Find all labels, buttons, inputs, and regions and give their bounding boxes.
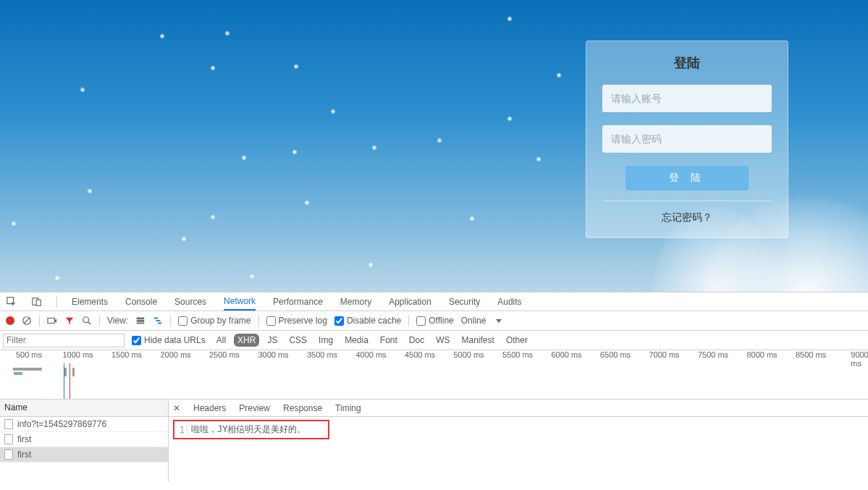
separator [408, 315, 409, 326]
view-label: View: [107, 316, 128, 326]
login-button[interactable]: 登 陆 [625, 166, 749, 190]
devtools: ElementsConsoleSourcesNetworkPerformance… [0, 292, 868, 482]
separator [56, 296, 57, 308]
throttling-select[interactable]: Online [461, 316, 502, 326]
record-button[interactable] [6, 316, 14, 325]
preserve-log-checkbox[interactable]: Preserve log [266, 316, 327, 326]
timeline-tick: 6000 ms [551, 350, 581, 359]
tab-security[interactable]: Security [449, 292, 480, 311]
request-row[interactable]: first [0, 447, 168, 462]
filter-type-font[interactable]: Font [376, 334, 401, 347]
filter-type-all[interactable]: All [213, 334, 229, 347]
filter-type-manifest[interactable]: Manifest [458, 334, 498, 347]
timeline-tick: 500 ms [16, 350, 42, 359]
group-by-frame-checkbox[interactable]: Group by frame [178, 316, 250, 326]
filter-type-xhr[interactable]: XHR [234, 334, 259, 347]
login-card: 登陆 登 陆 忘记密码？ [586, 41, 788, 238]
request-name: info?t=1545297869776 [17, 419, 106, 429]
star-decoration [371, 145, 377, 151]
detail-tab-response[interactable]: Response [283, 403, 322, 413]
waterfall-icon[interactable] [153, 316, 163, 326]
detail-tab-timing[interactable]: Timing [335, 403, 361, 413]
tab-audits[interactable]: Audits [497, 292, 521, 311]
request-row[interactable]: info?t=1545297869776 [0, 417, 168, 432]
svg-rect-8 [137, 318, 145, 320]
large-rows-icon[interactable] [135, 316, 146, 326]
devtools-tabbar: ElementsConsoleSourcesNetworkPerformance… [0, 292, 868, 311]
tab-memory[interactable]: Memory [340, 292, 371, 311]
clear-icon[interactable] [22, 316, 32, 326]
username-input[interactable] [602, 85, 772, 112]
timeline-tick: 3500 ms [307, 350, 337, 359]
password-input[interactable] [602, 125, 772, 153]
svg-line-4 [25, 318, 30, 324]
star-decoration [292, 149, 298, 155]
star-decoration [80, 87, 85, 93]
filter-type-js[interactable]: JS [264, 334, 281, 347]
star-decoration [224, 30, 230, 36]
star-decoration [304, 200, 310, 206]
page-background: 登陆 登 陆 忘记密码？ [0, 0, 868, 292]
svg-rect-10 [137, 323, 145, 324]
filter-type-ws[interactable]: WS [432, 334, 453, 347]
svg-line-7 [88, 322, 91, 325]
tab-elements[interactable]: Elements [72, 292, 108, 311]
tab-console[interactable]: Console [125, 292, 157, 311]
forgot-password-link[interactable]: 忘记密码？ [602, 211, 772, 224]
separator [99, 315, 100, 326]
filter-type-doc[interactable]: Doc [405, 334, 428, 347]
offline-checkbox[interactable]: Offline [416, 316, 453, 326]
response-body[interactable]: 啦啦，JY相信明天是美好的。 [191, 423, 306, 436]
star-decoration [469, 216, 475, 221]
detail-tab-preview[interactable]: Preview [239, 403, 270, 413]
star-decoration [159, 33, 165, 39]
star-decoration [210, 214, 216, 220]
tab-performance[interactable]: Performance [273, 292, 323, 311]
hide-data-urls-checkbox[interactable]: Hide data URLs [132, 335, 206, 345]
filter-type-media[interactable]: Media [341, 334, 372, 347]
star-decoration [11, 221, 17, 227]
disable-cache-checkbox[interactable]: Disable cache [334, 316, 401, 326]
filter-input[interactable] [3, 334, 125, 347]
detail-tab-headers[interactable]: Headers [193, 403, 226, 413]
request-row[interactable]: first [0, 432, 168, 447]
filter-type-img[interactable]: Img [315, 334, 337, 347]
timeline-tick: 1500 ms [111, 350, 142, 359]
login-divider [602, 200, 772, 201]
separator [170, 315, 171, 326]
separator [39, 315, 40, 326]
device-toggle-icon[interactable] [31, 296, 42, 307]
tab-sources[interactable]: Sources [174, 292, 206, 311]
svg-rect-9 [137, 320, 145, 322]
timeline-tick: 5500 ms [502, 350, 533, 359]
timeline-tick: 2000 ms [160, 350, 190, 359]
timeline-bar [72, 368, 75, 376]
timeline-bar [64, 368, 67, 376]
timeline-tick: 8000 ms [746, 350, 777, 359]
timeline[interactable]: 500 ms1000 ms1500 ms2000 ms2500 ms3000 m… [0, 350, 868, 400]
filter-icon[interactable] [64, 316, 75, 326]
timeline-tick: 7500 ms [698, 350, 728, 359]
tab-application[interactable]: Application [389, 292, 431, 311]
timeline-tick: 1000 ms [62, 350, 93, 359]
star-decoration [507, 116, 513, 122]
filter-type-other[interactable]: Other [502, 334, 531, 347]
filter-type-css[interactable]: CSS [285, 334, 311, 347]
star-decoration [241, 155, 247, 161]
request-name: first [17, 449, 31, 460]
tab-network[interactable]: Network [224, 292, 256, 311]
detail-tabs: ✕ HeadersPreviewResponseTiming [169, 400, 868, 417]
inspect-icon[interactable] [6, 296, 17, 307]
star-decoration [368, 262, 374, 268]
svg-rect-11 [154, 318, 158, 319]
separator [258, 315, 259, 326]
filter-bar: Hide data URLs AllXHRJSCSSImgMediaFontDo… [0, 331, 868, 350]
timeline-tick: 5000 ms [453, 350, 484, 359]
request-list-header[interactable]: Name [0, 400, 168, 417]
timeline-tick: 7000 ms [649, 350, 679, 359]
close-icon[interactable]: ✕ [173, 403, 180, 413]
camera-icon[interactable] [47, 316, 57, 326]
svg-rect-13 [158, 323, 161, 324]
timeline-tick: 3000 ms [258, 350, 288, 359]
search-icon[interactable] [82, 316, 92, 326]
